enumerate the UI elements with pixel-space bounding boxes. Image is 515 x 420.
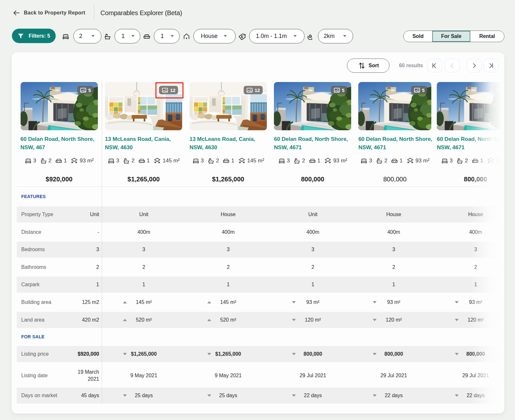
svg-text:$: $ [240, 34, 243, 39]
